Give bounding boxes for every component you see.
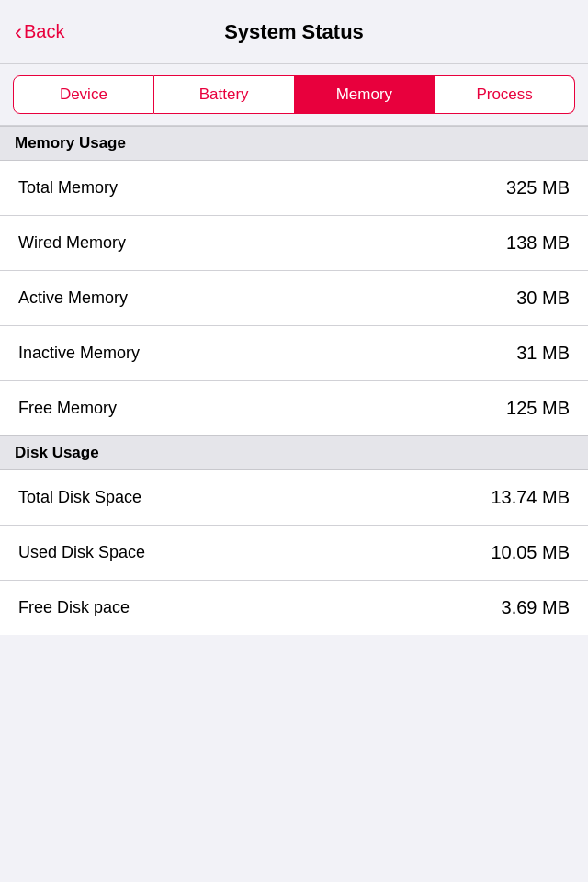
header: ‹ Back System Status bbox=[0, 0, 588, 64]
table-row: Inactive Memory 31 MB bbox=[0, 326, 588, 381]
tab-memory[interactable]: Memory bbox=[295, 75, 435, 114]
table-row: Wired Memory 138 MB bbox=[0, 216, 588, 271]
free-memory-value: 125 MB bbox=[506, 398, 570, 419]
inactive-memory-label: Inactive Memory bbox=[18, 344, 140, 363]
wired-memory-value: 138 MB bbox=[506, 232, 570, 254]
active-memory-value: 30 MB bbox=[516, 288, 570, 309]
total-disk-label: Total Disk Space bbox=[18, 488, 141, 507]
tab-device[interactable]: Device bbox=[13, 75, 154, 114]
free-disk-value: 3.69 MB bbox=[502, 597, 570, 618]
wired-memory-label: Wired Memory bbox=[18, 233, 126, 253]
active-memory-label: Active Memory bbox=[18, 288, 128, 308]
used-disk-value: 10.05 MB bbox=[491, 542, 570, 563]
table-row: Active Memory 30 MB bbox=[0, 271, 588, 326]
table-row: Total Memory 325 MB bbox=[0, 161, 588, 216]
back-button[interactable]: ‹ Back bbox=[15, 21, 64, 43]
back-label: Back bbox=[24, 21, 64, 42]
table-row: Total Disk Space 13.74 MB bbox=[0, 470, 588, 526]
memory-usage-list: Total Memory 325 MB Wired Memory 138 MB … bbox=[0, 161, 588, 435]
table-row: Free Memory 125 MB bbox=[0, 381, 588, 435]
total-memory-label: Total Memory bbox=[18, 178, 118, 198]
tab-process[interactable]: Process bbox=[435, 75, 575, 114]
total-memory-value: 325 MB bbox=[506, 177, 570, 198]
table-row: Used Disk Space 10.05 MB bbox=[0, 526, 588, 581]
inactive-memory-value: 31 MB bbox=[516, 343, 570, 364]
memory-usage-header: Memory Usage bbox=[0, 126, 588, 161]
disk-usage-list: Total Disk Space 13.74 MB Used Disk Spac… bbox=[0, 470, 588, 635]
total-disk-value: 13.74 MB bbox=[491, 487, 570, 508]
tabs-bar: Device Battery Memory Process bbox=[0, 64, 588, 126]
disk-usage-header: Disk Usage bbox=[0, 435, 588, 470]
table-row: Free Disk pace 3.69 MB bbox=[0, 581, 588, 635]
page-title: System Status bbox=[224, 20, 364, 44]
free-disk-label: Free Disk pace bbox=[18, 598, 130, 617]
used-disk-label: Used Disk Space bbox=[18, 543, 145, 562]
back-chevron-icon: ‹ bbox=[15, 21, 22, 43]
free-memory-label: Free Memory bbox=[18, 399, 117, 418]
tab-battery[interactable]: Battery bbox=[154, 75, 295, 114]
